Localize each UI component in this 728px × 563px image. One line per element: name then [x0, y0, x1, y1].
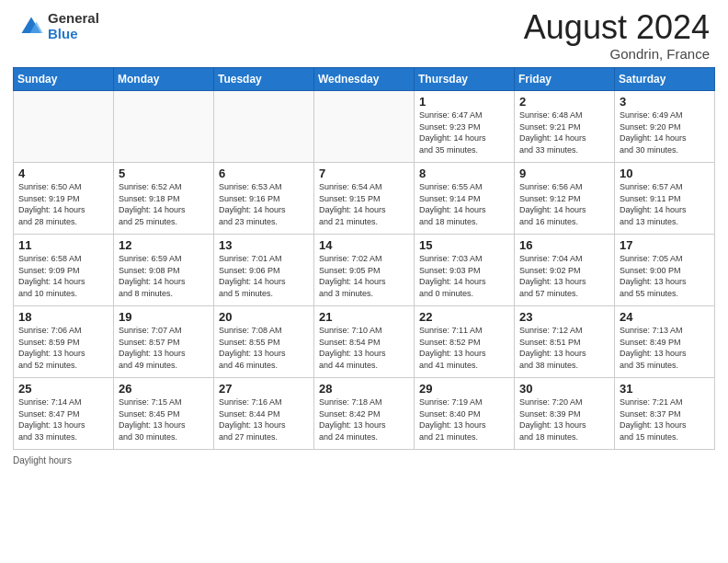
day-number: 13 [219, 238, 309, 252]
day-info: Sunrise: 7:01 AM Sunset: 9:06 PM Dayligh… [219, 253, 309, 299]
page-header: General Blue August 2024 Gondrin, France [0, 0, 728, 67]
day-number: 20 [219, 310, 309, 324]
day-number: 22 [419, 310, 509, 324]
day-number: 14 [319, 238, 409, 252]
day-info: Sunrise: 6:47 AM Sunset: 9:23 PM Dayligh… [419, 109, 509, 155]
month-year: August 2024 [524, 11, 710, 44]
day-number: 29 [419, 382, 509, 396]
calendar-day-header: Wednesday [314, 68, 415, 91]
day-number: 19 [119, 310, 209, 324]
day-info: Sunrise: 7:08 AM Sunset: 8:55 PM Dayligh… [219, 325, 309, 371]
calendar-table: SundayMondayTuesdayWednesdayThursdayFrid… [13, 67, 715, 450]
calendar-day-cell: 12Sunrise: 6:59 AM Sunset: 9:08 PM Dayli… [114, 235, 214, 306]
day-info: Sunrise: 7:15 AM Sunset: 8:45 PM Dayligh… [119, 396, 209, 442]
day-info: Sunrise: 6:49 AM Sunset: 9:20 PM Dayligh… [620, 109, 710, 155]
day-number: 7 [319, 167, 409, 180]
day-number: 30 [519, 382, 609, 396]
calendar-day-cell: 31Sunrise: 7:21 AM Sunset: 8:37 PM Dayli… [615, 378, 715, 450]
calendar-week-row: 11Sunrise: 6:58 AM Sunset: 9:09 PM Dayli… [14, 235, 715, 306]
day-number: 28 [319, 382, 409, 396]
day-number: 18 [18, 310, 108, 324]
day-info: Sunrise: 7:05 AM Sunset: 9:00 PM Dayligh… [620, 253, 710, 299]
day-number: 24 [620, 310, 710, 324]
day-info: Sunrise: 6:50 AM Sunset: 9:19 PM Dayligh… [18, 181, 108, 227]
day-number: 9 [519, 167, 609, 180]
day-info: Sunrise: 7:13 AM Sunset: 8:49 PM Dayligh… [620, 325, 710, 371]
calendar-day-cell: 22Sunrise: 7:11 AM Sunset: 8:52 PM Dayli… [415, 306, 515, 378]
day-info: Sunrise: 6:58 AM Sunset: 9:09 PM Dayligh… [18, 253, 108, 299]
day-number: 6 [219, 167, 309, 180]
calendar-day-cell: 25Sunrise: 7:14 AM Sunset: 8:47 PM Dayli… [14, 378, 114, 450]
calendar-day-cell: 5Sunrise: 6:52 AM Sunset: 9:18 PM Daylig… [114, 163, 214, 235]
day-number: 1 [419, 95, 509, 109]
day-number: 16 [519, 238, 609, 252]
day-info: Sunrise: 6:56 AM Sunset: 9:12 PM Dayligh… [519, 181, 609, 227]
calendar-day-cell: 26Sunrise: 7:15 AM Sunset: 8:45 PM Dayli… [114, 378, 214, 450]
logo-text: General Blue [48, 11, 99, 41]
day-info: Sunrise: 6:52 AM Sunset: 9:18 PM Dayligh… [119, 181, 209, 227]
location: Gondrin, France [524, 46, 710, 62]
calendar-day-cell: 18Sunrise: 7:06 AM Sunset: 8:59 PM Dayli… [14, 306, 114, 378]
calendar-day-cell: 1Sunrise: 6:47 AM Sunset: 9:23 PM Daylig… [415, 91, 515, 163]
calendar-day-cell: 10Sunrise: 6:57 AM Sunset: 9:11 PM Dayli… [615, 163, 715, 235]
day-number: 15 [419, 238, 509, 252]
day-info: Sunrise: 7:11 AM Sunset: 8:52 PM Dayligh… [419, 325, 509, 371]
calendar-day-cell: 17Sunrise: 7:05 AM Sunset: 9:00 PM Dayli… [615, 235, 715, 306]
day-info: Sunrise: 6:53 AM Sunset: 9:16 PM Dayligh… [219, 181, 309, 227]
calendar-day-cell: 7Sunrise: 6:54 AM Sunset: 9:15 PM Daylig… [314, 163, 415, 235]
calendar-week-row: 25Sunrise: 7:14 AM Sunset: 8:47 PM Dayli… [14, 378, 715, 450]
calendar-day-cell: 2Sunrise: 6:48 AM Sunset: 9:21 PM Daylig… [515, 91, 615, 163]
calendar-day-header: Saturday [615, 68, 715, 91]
calendar-day-cell: 30Sunrise: 7:20 AM Sunset: 8:39 PM Dayli… [515, 378, 615, 450]
calendar-day-cell: 27Sunrise: 7:16 AM Sunset: 8:44 PM Dayli… [214, 378, 314, 450]
day-info: Sunrise: 6:57 AM Sunset: 9:11 PM Dayligh… [620, 181, 710, 227]
calendar-week-row: 18Sunrise: 7:06 AM Sunset: 8:59 PM Dayli… [14, 306, 715, 378]
day-number: 25 [18, 382, 108, 396]
day-info: Sunrise: 7:16 AM Sunset: 8:44 PM Dayligh… [219, 396, 309, 442]
day-number: 12 [119, 238, 209, 252]
day-info: Sunrise: 6:48 AM Sunset: 9:21 PM Dayligh… [519, 109, 609, 155]
day-number: 26 [119, 382, 209, 396]
calendar-day-cell: 28Sunrise: 7:18 AM Sunset: 8:42 PM Dayli… [314, 378, 415, 450]
day-info: Sunrise: 7:14 AM Sunset: 8:47 PM Dayligh… [18, 396, 108, 442]
calendar-day-header: Friday [515, 68, 615, 91]
day-info: Sunrise: 7:10 AM Sunset: 8:54 PM Dayligh… [319, 325, 409, 371]
calendar-day-cell: 19Sunrise: 7:07 AM Sunset: 8:57 PM Dayli… [114, 306, 214, 378]
day-number: 11 [18, 238, 108, 252]
calendar-day-cell: 21Sunrise: 7:10 AM Sunset: 8:54 PM Dayli… [314, 306, 415, 378]
day-info: Sunrise: 7:20 AM Sunset: 8:39 PM Dayligh… [519, 396, 609, 442]
calendar-week-row: 4Sunrise: 6:50 AM Sunset: 9:19 PM Daylig… [14, 163, 715, 235]
day-number: 8 [419, 167, 509, 180]
day-info: Sunrise: 7:12 AM Sunset: 8:51 PM Dayligh… [519, 325, 609, 371]
logo: General Blue [18, 11, 99, 41]
calendar-day-cell: 11Sunrise: 6:58 AM Sunset: 9:09 PM Dayli… [14, 235, 114, 306]
calendar-day-cell: 8Sunrise: 6:55 AM Sunset: 9:14 PM Daylig… [415, 163, 515, 235]
calendar-day-cell: 16Sunrise: 7:04 AM Sunset: 9:02 PM Dayli… [515, 235, 615, 306]
day-info: Sunrise: 6:54 AM Sunset: 9:15 PM Dayligh… [319, 181, 409, 227]
calendar-day-cell [214, 91, 314, 163]
day-number: 31 [620, 382, 710, 396]
calendar-day-cell: 24Sunrise: 7:13 AM Sunset: 8:49 PM Dayli… [615, 306, 715, 378]
day-info: Sunrise: 7:04 AM Sunset: 9:02 PM Dayligh… [519, 253, 609, 299]
footer: Daylight hours [13, 455, 715, 465]
calendar-week-row: 1Sunrise: 6:47 AM Sunset: 9:23 PM Daylig… [14, 91, 715, 163]
day-info: Sunrise: 6:59 AM Sunset: 9:08 PM Dayligh… [119, 253, 209, 299]
day-info: Sunrise: 7:07 AM Sunset: 8:57 PM Dayligh… [119, 325, 209, 371]
day-number: 17 [620, 238, 710, 252]
calendar-day-header: Tuesday [214, 68, 314, 91]
calendar-day-cell: 4Sunrise: 6:50 AM Sunset: 9:19 PM Daylig… [14, 163, 114, 235]
calendar-day-header: Sunday [14, 68, 114, 91]
calendar-day-cell: 23Sunrise: 7:12 AM Sunset: 8:51 PM Dayli… [515, 306, 615, 378]
day-number: 3 [620, 95, 710, 109]
day-number: 10 [620, 167, 710, 180]
calendar-day-cell [114, 91, 214, 163]
day-info: Sunrise: 7:19 AM Sunset: 8:40 PM Dayligh… [419, 396, 509, 442]
daylight-hours-label: Daylight hours [13, 455, 72, 465]
day-info: Sunrise: 7:03 AM Sunset: 9:03 PM Dayligh… [419, 253, 509, 299]
day-number: 21 [319, 310, 409, 324]
calendar-header-row: SundayMondayTuesdayWednesdayThursdayFrid… [14, 68, 715, 91]
calendar-day-cell: 14Sunrise: 7:02 AM Sunset: 9:05 PM Dayli… [314, 235, 415, 306]
day-info: Sunrise: 7:18 AM Sunset: 8:42 PM Dayligh… [319, 396, 409, 442]
calendar-day-header: Thursday [415, 68, 515, 91]
calendar-day-cell: 9Sunrise: 6:56 AM Sunset: 9:12 PM Daylig… [515, 163, 615, 235]
